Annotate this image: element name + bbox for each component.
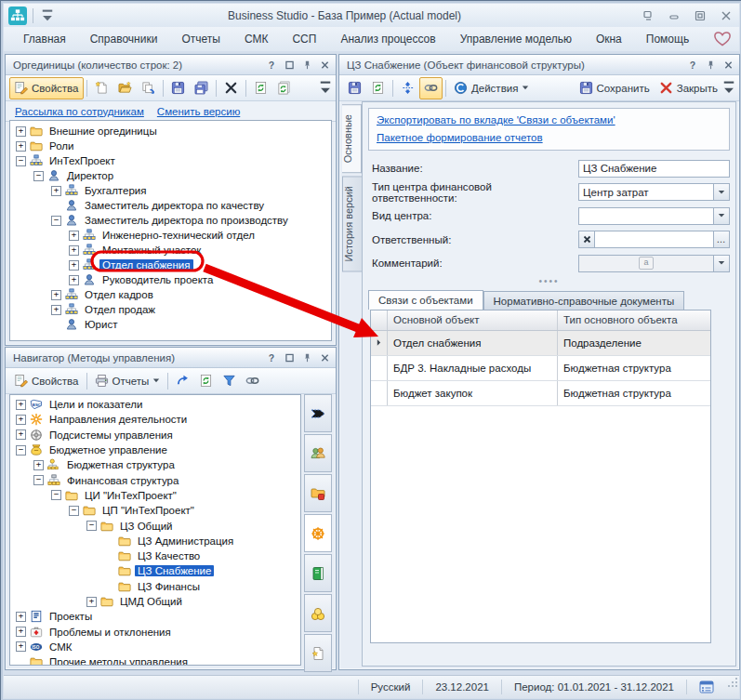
tree-item[interactable]: +Бухгалтерия: [10, 183, 331, 198]
collapse-icon[interactable]: −: [51, 490, 61, 500]
tree-item[interactable]: +Роли: [10, 139, 331, 153]
expand-icon[interactable]: +: [69, 275, 79, 285]
tree-item[interactable]: −Финансовая структура: [10, 472, 300, 487]
expand-icon[interactable]: +: [16, 641, 26, 652]
collapse-icon[interactable]: −: [51, 216, 61, 226]
reports-button[interactable]: Отчеты: [90, 370, 165, 392]
tree-item[interactable]: ЦЗ Снабжение: [10, 563, 300, 578]
collapse-icon[interactable]: −: [16, 445, 26, 456]
refresh-button[interactable]: [366, 77, 390, 99]
pin-icon[interactable]: [298, 58, 315, 72]
tree-item[interactable]: −ЦИ "ИнТехПроект": [10, 488, 300, 503]
side-tab-tag[interactable]: [304, 394, 332, 432]
tab-regulatory-documents[interactable]: Нормативно-справочные документы: [483, 291, 685, 310]
menu-item[interactable]: Управление моделью: [448, 29, 584, 49]
refresh-button[interactable]: [249, 77, 272, 99]
tree-item[interactable]: +Бюджетная структура: [10, 457, 300, 472]
help-icon[interactable]: ?: [684, 58, 701, 72]
side-tab-coins[interactable]: [304, 594, 332, 632]
responsibility-type-select[interactable]: Центр затрат: [578, 183, 714, 201]
menu-item[interactable]: ССП: [280, 29, 328, 49]
expand-icon[interactable]: +: [16, 400, 26, 410]
resize-grip[interactable]: [726, 676, 739, 698]
doc-new-button[interactable]: [90, 77, 113, 99]
refresh-all-button[interactable]: [272, 77, 296, 99]
collapse-icon[interactable]: −: [16, 156, 26, 166]
favorites-heart-icon[interactable]: [713, 31, 732, 47]
menu-item[interactable]: Справочники: [78, 29, 170, 49]
expand-icon[interactable]: +: [69, 260, 79, 271]
tree-item[interactable]: +ISOСМК: [10, 640, 300, 654]
side-tab-people[interactable]: [304, 434, 332, 472]
side-tab-notebook[interactable]: [304, 554, 332, 592]
tree-item[interactable]: +Отдел снабжения: [10, 258, 331, 272]
export-link[interactable]: Экспортировать по вкладке 'Связи с объек…: [377, 112, 721, 129]
tree-item[interactable]: −ИнТехПроект: [10, 153, 331, 168]
save-button[interactable]: [343, 77, 366, 99]
tree-item[interactable]: +Инженерно-технический отдел: [10, 228, 331, 243]
expand-icon[interactable]: +: [16, 612, 26, 622]
delete-button[interactable]: [219, 77, 243, 99]
menu-item[interactable]: Анализ процессов: [328, 29, 447, 49]
tree-item[interactable]: +ЦМД Общий: [10, 594, 300, 609]
mailing-link[interactable]: Рассылка по сотрудникам: [15, 106, 144, 117]
folder-open-button[interactable]: [113, 77, 137, 99]
collapse-icon[interactable]: −: [33, 475, 44, 485]
current-date[interactable]: 23.12.2021: [422, 680, 501, 694]
side-tab-doc-star[interactable]: [304, 634, 332, 672]
maximize-icon[interactable]: [281, 350, 298, 364]
tree-item[interactable]: −Бюджетное управление: [10, 442, 300, 457]
tree-item[interactable]: +Проблемы и отклонения: [10, 624, 300, 639]
close-button[interactable]: [713, 7, 739, 24]
table-row[interactable]: БДР 3. Накладные расходыБюджетная структ…: [371, 356, 710, 381]
actions-button[interactable]: Действия: [449, 77, 534, 99]
language-indicator[interactable]: Русский: [358, 680, 423, 694]
lookup-button[interactable]: …: [714, 231, 730, 248]
clear-button[interactable]: [578, 231, 594, 248]
expand-icon[interactable]: +: [51, 290, 61, 300]
copy-button[interactable]: [137, 77, 160, 99]
dropdown-button[interactable]: [714, 207, 730, 225]
properties-button[interactable]: Свойства: [9, 370, 84, 392]
expand-icon[interactable]: +: [69, 231, 79, 241]
tab-object-links[interactable]: Связи с объектами: [368, 290, 483, 310]
center-kind-select[interactable]: [578, 207, 714, 225]
toolbar-overflow-icon[interactable]: [722, 80, 735, 97]
tree-item[interactable]: +Монтажный участок: [10, 243, 331, 258]
link-button[interactable]: [241, 370, 264, 392]
help-icon[interactable]: ?: [263, 58, 280, 72]
menu-item[interactable]: СМК: [232, 29, 281, 49]
side-tab-wheel[interactable]: [304, 514, 332, 552]
close-icon[interactable]: [316, 58, 333, 72]
change-version-link[interactable]: Сменить версию: [157, 106, 240, 117]
collapse-icon[interactable]: −: [86, 521, 97, 531]
pin-icon[interactable]: [702, 58, 719, 72]
expand-icon[interactable]: +: [16, 429, 26, 440]
table-row[interactable]: Бюджет закупокБюджетная структура: [371, 381, 710, 406]
tree-item[interactable]: Юрист: [10, 317, 331, 332]
tree-item[interactable]: −Директор: [10, 168, 331, 183]
column-header-type[interactable]: Тип основного объекта: [558, 310, 710, 330]
tab-main[interactable]: Основные: [342, 104, 362, 173]
tree-item[interactable]: +Проекты: [10, 609, 300, 624]
session-info-button[interactable]: [686, 680, 726, 694]
close-record-button[interactable]: Закрыть: [655, 77, 722, 99]
menu-item[interactable]: Помощь: [634, 29, 701, 49]
responsible-input[interactable]: [594, 231, 714, 248]
tree-item[interactable]: Прочие методы управления: [10, 654, 300, 666]
filter-button[interactable]: [218, 370, 241, 392]
maximize-icon[interactable]: [281, 58, 298, 72]
expand-icon[interactable]: +: [51, 305, 61, 315]
column-header-object[interactable]: Основной объект: [388, 310, 558, 330]
splitter-handle[interactable]: ••••: [368, 278, 730, 287]
expand-icon[interactable]: +: [16, 415, 26, 425]
dropdown-button[interactable]: [714, 183, 730, 201]
expand-icon[interactable]: +: [51, 186, 61, 196]
tree-item[interactable]: ЦЗ Качество: [10, 548, 300, 563]
collapse-icon[interactable]: −: [69, 506, 79, 516]
dropdown-button[interactable]: [714, 255, 730, 272]
comment-input[interactable]: a: [578, 255, 714, 272]
menu-item[interactable]: Главная: [11, 29, 78, 49]
link-button[interactable]: [419, 77, 443, 99]
collapse-icon[interactable]: −: [33, 171, 44, 181]
